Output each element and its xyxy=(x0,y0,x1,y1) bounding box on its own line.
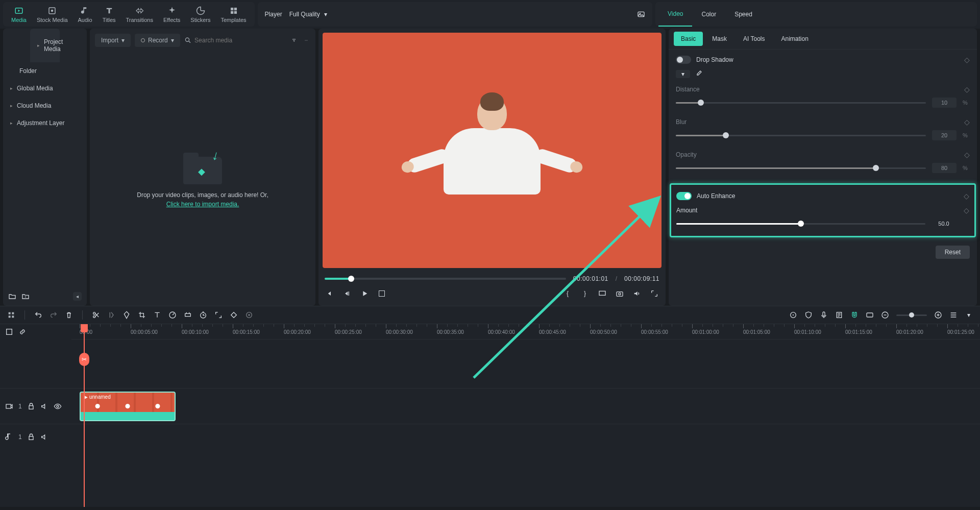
drop-shadow-toggle[interactable] xyxy=(676,56,691,64)
more-icon[interactable] xyxy=(302,36,310,44)
snapshot-button[interactable] xyxy=(616,289,624,298)
blur-slider[interactable] xyxy=(676,135,926,136)
amount-value[interactable]: 50.0 xyxy=(932,218,956,229)
sidebar-cloud-media[interactable]: ▸Cloud Media xyxy=(3,97,87,114)
quality-select[interactable]: Full Quality ▾ xyxy=(289,11,327,18)
playhead[interactable]: ✂ xyxy=(84,324,85,507)
mark-in-button[interactable]: { xyxy=(564,289,572,298)
audio-track[interactable] xyxy=(71,424,980,449)
eyedropper-icon[interactable] xyxy=(694,70,702,78)
lock-icon[interactable] xyxy=(27,402,35,410)
split-button[interactable] xyxy=(92,311,100,319)
keyframe-icon[interactable]: ◇ xyxy=(964,151,970,159)
video-track-header[interactable]: 1 xyxy=(0,388,71,424)
track-view-icon[interactable] xyxy=(949,311,958,319)
opacity-slider[interactable] xyxy=(676,167,926,169)
tab-transitions[interactable]: Transitions xyxy=(121,2,158,27)
shield-icon[interactable] xyxy=(804,311,813,319)
crop-button[interactable] xyxy=(138,311,146,319)
blur-value[interactable]: 20 xyxy=(932,130,957,140)
search-input[interactable] xyxy=(194,37,286,44)
keyframe-icon[interactable]: ◇ xyxy=(964,85,970,93)
filter-icon[interactable] xyxy=(290,36,298,44)
time-ruler[interactable]: 00:0000:00:05:0000:00:10:0000:00:15:0000… xyxy=(71,324,980,339)
timeline-body[interactable]: 00:0000:00:05:0000:00:10:0000:00:15:0000… xyxy=(71,324,980,507)
props-tab-color[interactable]: Color xyxy=(692,3,725,26)
chevron-down-icon[interactable]: ▾ xyxy=(965,311,973,319)
audio-track-header[interactable]: 1 xyxy=(0,424,71,449)
keyframe-tool-icon[interactable] xyxy=(230,311,238,319)
fullscreen-button[interactable] xyxy=(650,289,658,298)
split-handle[interactable]: ✂ xyxy=(79,353,89,366)
sidebar-folder[interactable]: Folder xyxy=(3,62,87,80)
playhead-grip[interactable] xyxy=(81,324,88,332)
fit-icon[interactable] xyxy=(214,311,223,319)
zoom-out-button[interactable] xyxy=(881,311,889,319)
amount-slider[interactable] xyxy=(676,223,925,225)
mic-icon[interactable] xyxy=(820,311,828,319)
opacity-value[interactable]: 80 xyxy=(932,163,957,173)
beat-detect-icon[interactable] xyxy=(107,311,115,319)
props-tab-speed[interactable]: Speed xyxy=(725,3,762,26)
keyframe-icon[interactable]: ◇ xyxy=(964,206,969,214)
keyframe-icon[interactable]: ◇ xyxy=(964,118,970,126)
zoom-in-button[interactable] xyxy=(934,311,942,319)
sidebar-project-media[interactable]: ▸Project Media xyxy=(30,29,60,62)
stop-button[interactable] xyxy=(378,289,386,298)
color-dropdown[interactable]: ▾ xyxy=(676,70,690,78)
auto-reframe-icon[interactable] xyxy=(789,311,797,319)
collapse-sidebar-button[interactable]: ◂ xyxy=(73,292,82,301)
tab-effects[interactable]: Effects xyxy=(158,2,185,27)
preview-viewport[interactable] xyxy=(323,33,662,268)
subtab-mask[interactable]: Mask xyxy=(705,32,734,46)
marker-icon[interactable] xyxy=(122,311,131,319)
tab-templates[interactable]: Templates xyxy=(215,2,251,27)
mute-icon[interactable] xyxy=(40,433,48,441)
track-options-icon[interactable] xyxy=(5,328,13,336)
video-track[interactable]: ▶unnamed xyxy=(71,388,980,424)
new-bin-icon[interactable] xyxy=(21,293,30,301)
grid-icon[interactable] xyxy=(7,311,15,319)
new-folder-icon[interactable] xyxy=(8,293,16,301)
delete-button[interactable] xyxy=(65,311,73,319)
auto-enhance-toggle[interactable] xyxy=(676,192,692,200)
text-icon[interactable] xyxy=(153,311,161,319)
zoom-slider[interactable] xyxy=(896,314,927,316)
link-icon[interactable] xyxy=(18,328,27,336)
display-mode-icon[interactable] xyxy=(598,289,606,298)
lock-icon[interactable] xyxy=(27,433,35,441)
play-button[interactable] xyxy=(360,289,369,298)
media-dropzone[interactable]: ↓◆ Drop your video clips, images, or aud… xyxy=(90,52,315,306)
duration-icon[interactable] xyxy=(199,311,207,319)
magnet-icon[interactable] xyxy=(850,311,859,319)
redo-button[interactable] xyxy=(50,311,58,319)
prev-frame-button[interactable] xyxy=(326,289,334,298)
tab-titles[interactable]: Titles xyxy=(97,2,121,27)
distance-value[interactable]: 10 xyxy=(932,98,957,108)
import-button[interactable]: Import▾ xyxy=(95,34,131,47)
volume-button[interactable] xyxy=(633,289,641,298)
props-tab-video[interactable]: Video xyxy=(658,2,692,27)
keyframe-icon[interactable]: ◇ xyxy=(964,192,969,200)
search-media[interactable] xyxy=(184,36,286,44)
snapshot-gallery-icon[interactable] xyxy=(637,10,645,18)
seek-thumb[interactable] xyxy=(348,276,354,282)
undo-button[interactable] xyxy=(34,311,42,319)
keyframe-icon[interactable]: ◇ xyxy=(964,56,970,64)
video-clip[interactable]: ▶unnamed xyxy=(80,392,176,421)
subtab-basic[interactable]: Basic xyxy=(674,32,703,46)
mute-icon[interactable] xyxy=(40,402,48,410)
seek-bar[interactable] xyxy=(325,278,566,280)
tab-stock-media[interactable]: Stock Media xyxy=(32,2,73,27)
tab-stickers[interactable]: Stickers xyxy=(185,2,215,27)
tab-audio[interactable]: Audio xyxy=(73,2,97,27)
play-backward-button[interactable] xyxy=(343,289,351,298)
import-link[interactable]: Click here to import media. xyxy=(166,201,239,208)
record-button[interactable]: Record▾ xyxy=(135,34,180,47)
subtab-animation[interactable]: Animation xyxy=(774,32,815,46)
speed-icon[interactable] xyxy=(168,311,177,319)
color-wheel-icon[interactable] xyxy=(245,311,253,319)
effect-track-icon[interactable] xyxy=(184,311,192,319)
caption-icon[interactable] xyxy=(866,311,874,319)
subtab-ai-tools[interactable]: AI Tools xyxy=(736,32,772,46)
